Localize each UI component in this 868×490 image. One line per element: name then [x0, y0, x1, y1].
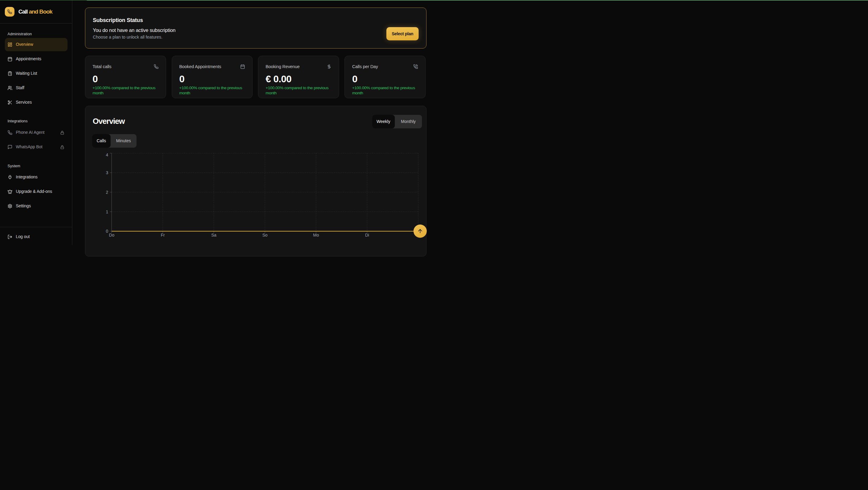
svg-text:3: 3 — [106, 170, 108, 175]
svg-text:Do: Do — [109, 233, 115, 238]
svg-text:Mo: Mo — [313, 233, 319, 238]
svg-text:2: 2 — [106, 190, 108, 195]
svg-text:4: 4 — [106, 152, 108, 157]
svg-text:1: 1 — [106, 209, 108, 214]
svg-text:Fr: Fr — [161, 233, 165, 238]
svg-text:0: 0 — [106, 229, 108, 234]
svg-text:So: So — [262, 233, 267, 238]
svg-text:Sa: Sa — [211, 233, 216, 238]
svg-text:Di: Di — [365, 233, 369, 238]
